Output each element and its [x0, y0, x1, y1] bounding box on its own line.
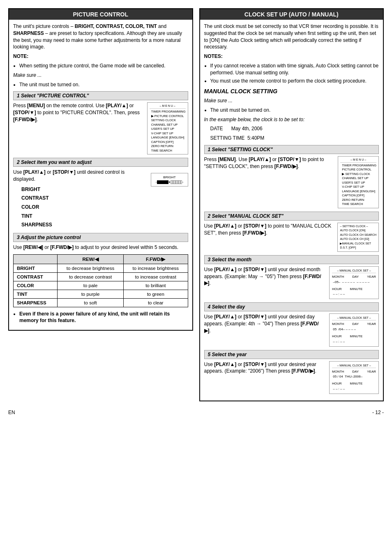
- bright-bar-box: BRIGHT –●–: [151, 173, 188, 187]
- step1-header: 1 Select "PICTURE CONTROL": [13, 91, 188, 100]
- step3-text: Use [REW/◀] or [F.FWD/▶] to adjust to yo…: [13, 244, 188, 251]
- clock-note-2: You must use the remote control to perfo…: [210, 78, 379, 85]
- clock-step4-header: 4 Select the day: [204, 302, 379, 311]
- clock-step4-text: Use [PLAY/▲] or [STOP/▼] until your desi…: [204, 313, 325, 336]
- left-column: PICTURE CONTROL The unit's picture contr…: [8, 8, 193, 401]
- clock-step5-header: 5 Select the year: [204, 350, 379, 359]
- clock-display4-row2: HOUR MINUTE: [332, 334, 376, 339]
- footer-left: EN: [8, 410, 15, 415]
- table-row-bright: BRIGHT to decrease brightness to increas…: [14, 264, 188, 272]
- clock-display4-vals2: – – : – –: [332, 339, 376, 345]
- clock-step1-content: Press [MENU]. Use [PLAY/▲] or [STOP/▼] t…: [204, 156, 379, 208]
- right-make-sure-1: The unit must be turned on.: [210, 107, 379, 114]
- picture-control-title: PICTURE CONTROL: [9, 9, 192, 20]
- manual-title: MANUAL CLOCK SETTING: [204, 88, 278, 94]
- menu1-item-7: CAPTION [OFF]: [150, 140, 186, 145]
- clock-display-row2: HOUR MINUTE: [332, 287, 376, 292]
- table-row-sharpness: SHARPNESS to soft to clear: [14, 298, 188, 307]
- clock-step4-content: Use [PLAY/▲] or [STOP/▼] until your desi…: [204, 313, 379, 346]
- clock-notes: If you cannot receive a station with tim…: [210, 62, 379, 84]
- control-bright: BRIGHT: [21, 185, 147, 194]
- example-date: DATE May 4th, 2006: [210, 125, 379, 132]
- table-header-0: [14, 254, 58, 264]
- control-sharpness: SHARPNESS: [21, 221, 147, 230]
- clock-step2-menu: – SETTING CLOCK – AUTO CLOCK [ON] AUTO C…: [337, 223, 379, 252]
- footer-bullets: Even if there is a power failure of any …: [19, 311, 188, 325]
- menu1-item-5: V-CHIP SET UP: [150, 131, 186, 136]
- make-sure-bullets: The unit must be turned on.: [19, 81, 188, 88]
- clock-title: CLOCK SET UP (AUTO / MANUAL): [200, 9, 383, 20]
- table-header-rew: REW/◀: [57, 254, 123, 264]
- intro-text: The unit's picture controls – BRIGHT, CO…: [13, 23, 188, 51]
- clock-step2-text: Use [PLAY/▲] or [STOP/▼] to point to "MA…: [204, 223, 334, 239]
- make-sure-label: Make sure ...: [13, 72, 42, 78]
- clock-display5-row2: HOUR MINUTE: [332, 381, 376, 387]
- control-tint: TINT: [21, 212, 147, 221]
- step2-content: Use [PLAY/▲] or [STOP/▼] until desired c…: [13, 169, 188, 230]
- menu1-item-2: SETTING CLOCK: [150, 118, 186, 123]
- menu1-item-1: ▶PICTURE CONTROL: [150, 114, 186, 119]
- control-list: BRIGHT CONTRAST COLOR TINT SHARPNESS: [21, 185, 147, 230]
- control-color: COLOR: [21, 203, 147, 212]
- clock-step3-text: Use [PLAY/▲] or [STOP/▼] until your desi…: [204, 266, 325, 289]
- page-footer: EN - 12 -: [8, 410, 384, 415]
- step1-content: Press [MENU] on the remote control. Use …: [13, 102, 188, 154]
- menu1-title: – M E N U –: [150, 104, 186, 109]
- clock-section: CLOCK SET UP (AUTO / MANUAL) The unit cl…: [199, 8, 384, 401]
- right-column: CLOCK SET UP (AUTO / MANUAL) The unit cl…: [199, 8, 384, 401]
- clock-display4-vals1: 05 /04– – – – –: [332, 327, 376, 332]
- step1-menu: – M E N U – TIMER PROGRAMMING ▶PICTURE C…: [147, 102, 188, 154]
- table-row-tint: TINT to purple to green: [14, 290, 188, 298]
- step2-header: 2 Select item you want to adjust: [13, 158, 188, 167]
- clock-display-row1: MONTH DAY YEAR: [332, 274, 376, 280]
- intro-bold2: SHARPNESS: [13, 30, 44, 36]
- clock-step5-text: Use [PLAY/▲] or [STOP/▼] until your desi…: [204, 361, 325, 378]
- clock-step3-display: – MANUAL CLOCK SET – MONTH DAY YEAR –05–…: [329, 266, 379, 299]
- clock-step1-menu: – M E N U – TIMER PROGRAMMING PICTURE CO…: [338, 156, 379, 208]
- intro-bold: BRIGHT, CONTRAST, COLOR, TINT: [75, 23, 157, 29]
- step1-text: Press [MENU] on the remote control. Use …: [13, 102, 143, 125]
- clock-display5-row1: MONTH DAY YEAR: [332, 369, 376, 375]
- clock-notes-label: NOTES:: [204, 53, 223, 59]
- footer-bullet-1: Even if there is a power failure of any …: [19, 311, 170, 324]
- menu1-item-3: CHANNEL SET UP: [150, 123, 186, 127]
- clock-display5-vals1: 05 / 04 THU–2006–: [332, 374, 376, 380]
- clock-step1-text: Press [MENU]. Use [PLAY/▲] or [STOP/▼] t…: [204, 156, 334, 173]
- clock-intro: The unit clock must be set correctly so …: [204, 23, 379, 51]
- clock-step2-header: 2 Select "MANUAL CLOCK SET": [204, 212, 379, 221]
- note-bullet-1: When setting the picture control, the Ga…: [19, 62, 188, 69]
- clock-step1-header: 1 Select "SETTING CLOCK": [204, 145, 379, 154]
- table-row-contrast: CONTRAST to decrease contrast to increas…: [14, 272, 188, 281]
- intro-start: The unit's picture controls –: [13, 23, 75, 29]
- clock-step2-content: Use [PLAY/▲] or [STOP/▼] to point to "MA…: [204, 223, 379, 252]
- menu1-item-8: ZERO RETURN: [150, 144, 186, 149]
- bright-bar-container: BRIGHT –●–: [151, 173, 188, 187]
- table-header-ffwd: F.FWD/▶: [124, 254, 188, 264]
- note-label: NOTE:: [13, 53, 28, 59]
- picture-control-section: PICTURE CONTROL The unit's picture contr…: [8, 8, 193, 331]
- control-contrast: CONTRAST: [21, 194, 147, 203]
- bar-visual: –●–: [155, 180, 183, 184]
- clock-display5-vals2: – – : – –: [332, 387, 376, 392]
- menu1-item-0: TIMER PROGRAMMING: [150, 110, 186, 114]
- clock-step5-content: Use [PLAY/▲] or [STOP/▼] until your desi…: [204, 361, 379, 394]
- step3-header: 3 Adjust the picture control: [13, 233, 188, 242]
- clock-step4-display: – MANUAL CLOCK SET – MONTH DAY YEAR 05 /…: [329, 313, 379, 346]
- clock-step3-header: 3 Select the month: [204, 255, 379, 264]
- clock-step5-display: – MANUAL CLOCK SET – MONTH DAY YEAR 05 /…: [329, 361, 379, 394]
- footer-right: - 12 -: [372, 410, 384, 415]
- table-row-color: COLOR to pale to brilliant: [14, 281, 188, 290]
- note-bullets: When setting the picture control, the Ga…: [19, 62, 188, 69]
- make-sure-bullet-1: The unit must be turned on.: [19, 81, 188, 88]
- menu1-item-9: TIME SEARCH: [150, 149, 186, 153]
- example-label: In the example below, the clock is to be…: [204, 116, 379, 123]
- clock-step3-content: Use [PLAY/▲] or [STOP/▼] until your desi…: [204, 266, 379, 299]
- control-table: REW/◀ F.FWD/▶ BRIGHT to decrease brightn…: [13, 254, 188, 307]
- page-container: PICTURE CONTROL The unit's picture contr…: [8, 8, 384, 401]
- bar-label: BRIGHT: [155, 175, 183, 179]
- step2-text: Use [PLAY/▲] or [STOP/▼] until desired c…: [13, 169, 147, 230]
- clock-note-1: If you cannot receive a station with tim…: [210, 62, 379, 76]
- menu1-item-4: USER'S SET UP: [150, 127, 186, 131]
- menu1-item-6: LANGUAGE [ENGLISH]: [150, 136, 186, 140]
- clock-display-values1: –05– – – – – – – – – – –: [332, 280, 376, 285]
